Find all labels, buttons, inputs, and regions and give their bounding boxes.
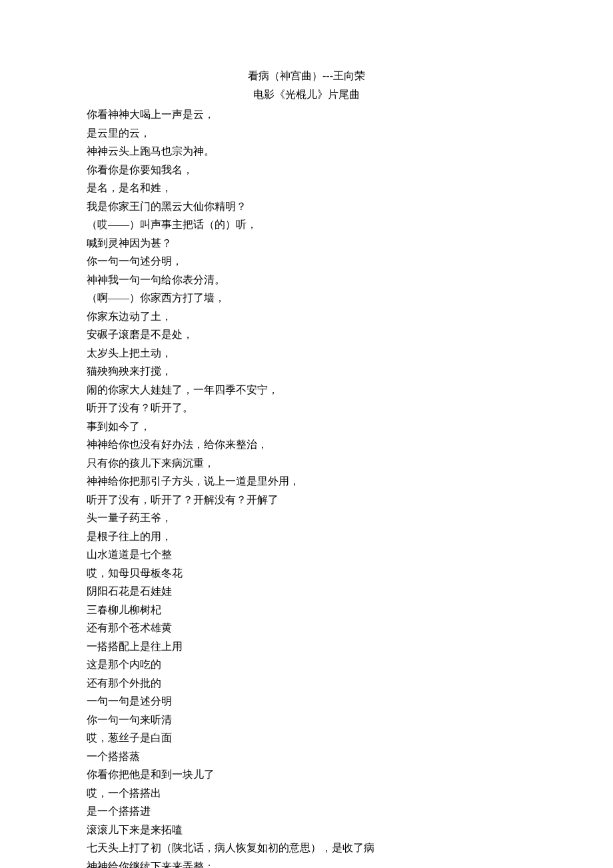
lyric-line: 你看神神大喝上一声是云， [87,105,526,124]
lyric-line: 滚滚儿下来是来拓嗑 [87,821,526,839]
lyric-line: 我是你家王门的黑云大仙你精明？ [87,197,526,216]
lyric-line: 只有你的孩儿下来病沉重， [87,454,526,473]
lyric-line: 神神给你把那引子方头，说上一道是里外用， [87,472,526,491]
lyric-line: 你看你把他是和到一块儿了 [87,765,526,784]
lyric-line: 哎，知母贝母板冬花 [87,564,526,583]
lyric-line: （啊——）你家西方打了墙， [87,289,526,307]
lyric-line: 山水道道是七个整 [87,545,526,564]
lyric-line: 是一个搭搭进 [87,802,526,821]
lyric-line: 三春柳儿柳树杞 [87,601,526,619]
lyric-line: 七天头上打了初（陕北话，病人恢复如初的意思），是收了病 [87,839,526,857]
lyric-line: 你一句一句述分明， [87,252,526,271]
lyric-line: 头一量子药王爷， [87,509,526,527]
lyric-line: 是根子往上的用， [87,527,526,546]
lyric-line: 安碾子滚磨是不是处， [87,325,526,344]
lyric-line: 你家东边动了土， [87,307,526,326]
lyric-line: 听开了没有，听开了？开解没有？开解了 [87,491,526,509]
lyric-line: 一个搭搭蒸 [87,747,526,766]
song-title: 看病（神宫曲）---王向荣 [87,67,526,85]
lyric-line: 这是那个内吃的 [87,655,526,674]
lyric-line: 听开了没有？听开了。 [87,399,526,417]
lyric-line: 阴阳石花是石娃娃 [87,582,526,601]
lyric-line: 神神我一句一句给你表分清。 [87,271,526,289]
lyric-line: 神神给你继续下来来弄整； [87,857,526,869]
lyrics-body: 你看神神大喝上一声是云，是云里的云，神神云头上跑马也宗为神。你看你是你要知我名，… [87,105,526,868]
lyric-line: 太岁头上把土动， [87,344,526,363]
lyric-line: 一搭搭配上是往上用 [87,637,526,656]
lyric-line: 哎，葱丝子是白面 [87,729,526,747]
lyric-line: 哎，一个搭搭出 [87,784,526,803]
lyric-line: 还有那个苍术雄黄 [87,619,526,637]
lyric-line: 是名，是名和姓， [87,179,526,197]
lyric-line: 还有那个外批的 [87,674,526,693]
lyric-line: 事到如今了， [87,417,526,436]
lyric-line: 闹的你家大人娃娃了，一年四季不安宁， [87,381,526,399]
lyric-line: 一句一句是述分明 [87,692,526,711]
lyric-line: 猫殃狗殃来打搅， [87,362,526,381]
lyric-line: （哎——）叫声事主把话（的）听， [87,215,526,234]
lyric-line: 神神云头上跑马也宗为神。 [87,142,526,161]
lyric-line: 你一句一句来听清 [87,711,526,729]
lyric-line: 神神给你也没有好办法，给你来整治， [87,435,526,454]
song-subtitle: 电影《光棍儿》片尾曲 [87,85,526,104]
lyric-line: 喊到灵神因为甚？ [87,234,526,253]
lyric-line: 你看你是你要知我名， [87,161,526,179]
lyric-line: 是云里的云， [87,124,526,143]
